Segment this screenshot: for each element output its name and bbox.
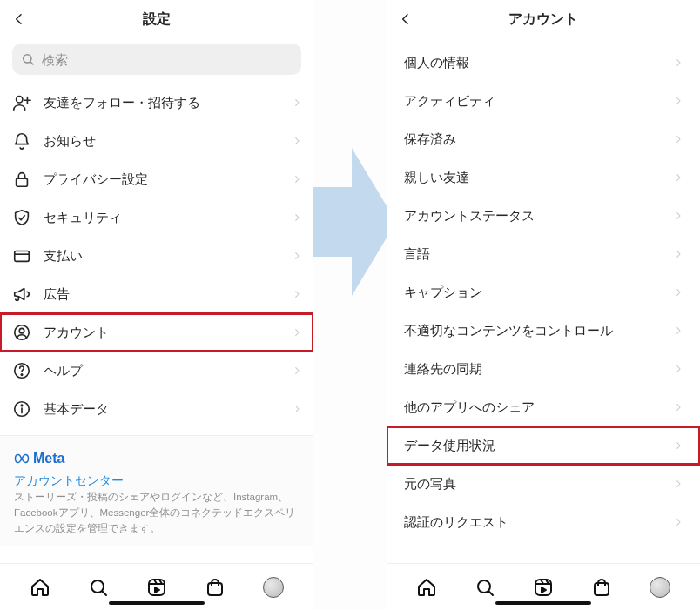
page-title: 設定 (143, 10, 171, 29)
chevron-right-icon (674, 516, 683, 528)
card-icon (12, 246, 31, 265)
left-item-3[interactable]: セキュリティ (0, 198, 313, 237)
svg-point-12 (21, 374, 22, 375)
home-indicator (495, 601, 591, 606)
row-label: 友達をフォロー・招待する (44, 95, 280, 111)
row-label: 認証のリクエスト (404, 514, 662, 531)
row-label: 元の写真 (404, 476, 662, 493)
left-item-6[interactable]: アカウント (0, 313, 313, 352)
left-item-2[interactable]: プライバシー設定 (0, 160, 313, 198)
chevron-right-icon (293, 288, 301, 300)
chevron-right-icon (674, 325, 683, 337)
info-icon (12, 399, 31, 419)
back-button[interactable] (9, 9, 30, 30)
chevron-right-icon (293, 173, 301, 185)
chevron-right-icon (293, 403, 301, 415)
row-label: アカウント (44, 325, 280, 341)
svg-rect-23 (595, 583, 609, 595)
shield-icon (12, 208, 31, 227)
right-item-2[interactable]: 保存済み (387, 120, 700, 158)
chevron-right-icon (674, 401, 683, 413)
chevron-right-icon (293, 365, 301, 377)
add-friend-icon (12, 93, 31, 112)
row-label: アクティビティ (404, 93, 662, 110)
search-field[interactable] (12, 44, 301, 75)
megaphone-icon (12, 285, 31, 304)
tab-profile[interactable] (648, 575, 672, 600)
right-item-3[interactable]: 親しい友達 (387, 158, 700, 197)
row-label: 連絡先の同期 (404, 361, 662, 378)
right-item-9[interactable]: 他のアプリへのシェア (387, 388, 700, 426)
svg-rect-7 (15, 251, 30, 262)
right-item-1[interactable]: アクティビティ (387, 82, 700, 120)
page-title: アカウント (508, 10, 578, 29)
row-label: アカウントステータス (404, 208, 662, 225)
tab-reels[interactable] (531, 575, 555, 600)
right-item-4[interactable]: アカウントステータス (387, 197, 700, 235)
meta-logo-text: Meta (33, 448, 64, 470)
tab-search[interactable] (86, 575, 111, 600)
bell-icon (12, 131, 31, 151)
svg-rect-22 (535, 580, 551, 595)
right-item-11[interactable]: 元の写真 (387, 465, 700, 503)
row-label: 言語 (404, 246, 662, 263)
row-label: ヘルプ (44, 363, 280, 379)
tab-home[interactable] (414, 575, 439, 600)
tab-home[interactable] (28, 575, 52, 600)
chevron-right-icon (293, 250, 301, 262)
left-item-4[interactable]: 支払い (0, 237, 313, 275)
left-item-1[interactable]: お知らせ (0, 122, 313, 160)
back-button[interactable] (395, 9, 416, 30)
flow-arrow (306, 148, 396, 296)
left-item-5[interactable]: 広告 (0, 275, 313, 313)
row-label: セキュリティ (44, 210, 280, 226)
svg-rect-18 (149, 580, 165, 595)
row-label: 親しい友達 (404, 170, 662, 186)
right-item-10[interactable]: データ使用状況 (387, 426, 700, 465)
lock-icon (12, 170, 31, 189)
right-item-0[interactable]: 個人の情報 (387, 44, 700, 82)
chevron-right-icon (674, 478, 683, 490)
row-label: 広告 (44, 286, 280, 303)
tab-shop[interactable] (203, 575, 227, 600)
right-item-5[interactable]: 言語 (387, 235, 700, 273)
search-icon (21, 52, 35, 66)
tab-reels[interactable] (145, 575, 169, 600)
left-item-7[interactable]: ヘルプ (0, 352, 313, 390)
row-label: 他のアプリへのシェア (404, 399, 662, 416)
svg-rect-19 (208, 583, 222, 595)
chevron-right-icon (674, 210, 683, 222)
meta-logo-icon (14, 451, 30, 466)
tab-profile[interactable] (261, 575, 286, 600)
chevron-right-icon (293, 326, 301, 339)
search-input[interactable] (40, 51, 293, 68)
chevron-right-icon (293, 97, 301, 109)
user-icon (12, 323, 31, 342)
chevron-right-icon (674, 57, 683, 69)
chevron-right-icon (674, 133, 683, 145)
svg-point-15 (21, 405, 22, 406)
chevron-right-icon (674, 248, 683, 260)
svg-marker-0 (306, 148, 396, 296)
tab-search[interactable] (473, 575, 497, 600)
chevron-right-icon (674, 363, 683, 375)
left-item-8[interactable]: 基本データ (0, 390, 313, 428)
meta-accounts-center[interactable]: Meta アカウントセンター ストーリーズ・投稿のシェアやログインなど、Inst… (0, 435, 313, 546)
chevron-right-icon (674, 286, 683, 298)
right-item-7[interactable]: 不適切なコンテンツをコントロール (387, 312, 700, 350)
left-item-0[interactable]: 友達をフォロー・招待する (0, 84, 313, 122)
meta-description: ストーリーズ・投稿のシェアやログインなど、Instagram、Facebookア… (14, 490, 300, 536)
home-indicator (109, 601, 205, 606)
row-label: プライバシー設定 (44, 171, 280, 188)
tab-shop[interactable] (589, 575, 614, 600)
svg-line-21 (488, 591, 493, 595)
right-item-12[interactable]: 認証のリクエスト (387, 503, 700, 541)
row-label: キャプション (404, 285, 662, 301)
row-label: お知らせ (44, 133, 280, 150)
avatar-icon (650, 577, 670, 598)
help-icon (12, 361, 31, 380)
right-item-8[interactable]: 連絡先の同期 (387, 350, 700, 388)
right-item-6[interactable]: キャプション (387, 273, 700, 312)
svg-point-3 (17, 97, 23, 103)
meta-link[interactable]: アカウントセンター (14, 472, 300, 491)
